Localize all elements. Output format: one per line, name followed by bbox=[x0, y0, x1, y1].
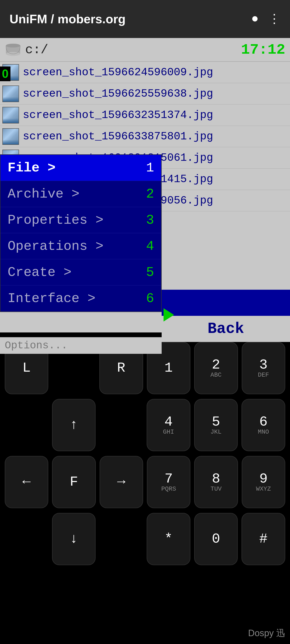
menu-item-label: File > bbox=[8, 160, 56, 176]
menu-item-num: 3 bbox=[146, 212, 154, 228]
key-spacer bbox=[5, 513, 48, 565]
key-sublabel: WXYZ bbox=[256, 486, 271, 492]
menu-item-label: Archive > bbox=[8, 186, 79, 202]
top-bar: UniFM / mobers.org ● ⋮ bbox=[0, 0, 290, 38]
dospy-watermark: Dospy 迅 bbox=[248, 627, 285, 639]
key-label: ↑ bbox=[70, 418, 78, 432]
menu-item-label: Create > bbox=[8, 265, 72, 280]
key-label: R bbox=[117, 361, 125, 375]
file-name: screen_shot_1596633875801.jpg bbox=[23, 130, 213, 143]
context-menu: File > 1 Archive > 2 Properties > 3 Oper… bbox=[0, 154, 162, 312]
menu-item-archive[interactable]: Archive > 2 bbox=[1, 181, 161, 207]
key-5[interactable]: 5 JKL bbox=[194, 399, 238, 451]
key-sublabel: JKL bbox=[210, 429, 221, 435]
selected-row-highlight bbox=[162, 290, 290, 316]
camera-icon[interactable]: ● bbox=[251, 12, 259, 26]
key-right[interactable]: → bbox=[100, 456, 143, 508]
key-0[interactable]: 0 bbox=[194, 513, 238, 565]
options-partial-text: Options... bbox=[0, 337, 162, 354]
svg-point-3 bbox=[6, 44, 20, 48]
current-path: c:/ bbox=[25, 42, 48, 57]
menu-item-num: 4 bbox=[146, 239, 154, 254]
path-bar: c:/ 17:12 bbox=[0, 38, 290, 62]
key-down[interactable]: ↓ bbox=[52, 513, 96, 565]
file-name: screen_shot_1596632351374.jpg bbox=[23, 109, 213, 121]
menu-item-num: 2 bbox=[146, 186, 154, 202]
key-up[interactable]: ↑ bbox=[52, 399, 96, 451]
key-label: 6 bbox=[259, 415, 268, 429]
key-4[interactable]: 4 GHI bbox=[147, 399, 190, 451]
key-label: 8 bbox=[212, 472, 220, 486]
key-label: 4 bbox=[164, 415, 173, 429]
disk-icon bbox=[5, 43, 22, 56]
key-label: ← bbox=[22, 475, 31, 489]
list-item[interactable]: screen_shot_1596632351374.jpg bbox=[0, 104, 290, 126]
menu-item-operations[interactable]: Operations > 4 bbox=[1, 233, 161, 259]
file-name: screen_shot_1596624596009.jpg bbox=[23, 66, 213, 78]
submenu-arrow bbox=[164, 308, 174, 322]
key-sublabel: MNO bbox=[258, 429, 269, 435]
file-thumbnail bbox=[3, 128, 19, 145]
back-button-label[interactable]: Back bbox=[207, 320, 244, 338]
menu-item-num: 1 bbox=[146, 160, 154, 176]
keyboard-row-3: ← F → 7 PQRS 8 TUV 9 WXYZ bbox=[5, 456, 285, 508]
key-sublabel: ABC bbox=[210, 372, 221, 378]
key-spacer bbox=[5, 399, 48, 451]
key-label: 0 bbox=[212, 532, 220, 546]
menu-item-properties[interactable]: Properties > 3 bbox=[1, 207, 161, 233]
key-7[interactable]: 7 PQRS bbox=[147, 456, 190, 508]
key-label: 1 bbox=[164, 361, 173, 375]
key-sublabel: GHI bbox=[163, 429, 174, 435]
menu-item-label: Interface > bbox=[8, 291, 96, 306]
key-sublabel: TUV bbox=[211, 486, 222, 492]
file-manager-area: 0 c:/ 17:12 screen_shot_1596624596009.jp… bbox=[0, 38, 290, 356]
badge-zero: 0 bbox=[0, 66, 11, 81]
menu-item-num: 6 bbox=[146, 291, 154, 306]
menu-item-num: 5 bbox=[146, 265, 154, 280]
menu-item-file[interactable]: File > 1 bbox=[1, 155, 161, 181]
key-label: → bbox=[117, 475, 126, 489]
file-name: screen_shot_1596625559638.jpg bbox=[23, 88, 213, 100]
file-thumbnail bbox=[3, 107, 19, 124]
key-label: # bbox=[259, 532, 268, 546]
key-spacer bbox=[99, 513, 143, 565]
key-label: 9 bbox=[259, 472, 268, 486]
key-sublabel: PQRS bbox=[161, 486, 176, 492]
list-item[interactable]: screen_shot_1596624596009.jpg bbox=[0, 62, 290, 83]
key-3[interactable]: 3 DEF bbox=[242, 342, 285, 394]
key-spacer bbox=[99, 399, 143, 451]
list-item[interactable]: screen_shot_1596633875801.jpg bbox=[0, 126, 290, 147]
key-6[interactable]: 6 MNO bbox=[241, 399, 285, 451]
key-2[interactable]: 2 ABC bbox=[194, 342, 238, 394]
key-label: 7 bbox=[164, 472, 173, 486]
keyboard-row-2: ↑ 4 GHI 5 JKL 6 MNO bbox=[5, 399, 285, 451]
key-label: 3 bbox=[259, 358, 268, 372]
list-item[interactable]: screen_shot_1596625559638.jpg bbox=[0, 83, 290, 104]
key-label: 2 bbox=[212, 358, 220, 372]
key-F[interactable]: F bbox=[52, 456, 96, 508]
menu-item-label: Properties > bbox=[8, 212, 103, 228]
key-label: 5 bbox=[212, 415, 220, 429]
menu-item-create[interactable]: Create > 5 bbox=[1, 259, 161, 286]
menu-item-label: Operations > bbox=[8, 239, 103, 254]
key-label: * bbox=[164, 532, 173, 546]
keyboard-row-4: ↓ * 0 # bbox=[5, 513, 285, 565]
top-bar-icons: ● ⋮ bbox=[251, 12, 280, 26]
keyboard: L R 1 2 ABC 3 DEF ↑ 4 GHI 5 JKL bbox=[0, 332, 290, 644]
key-9[interactable]: 9 WXYZ bbox=[242, 456, 285, 508]
key-8[interactable]: 8 TUV bbox=[194, 456, 238, 508]
back-button-area[interactable]: Back bbox=[162, 316, 290, 342]
clock: 17:12 bbox=[241, 41, 285, 58]
app-title: UniFM / mobers.org bbox=[10, 12, 126, 26]
key-hash[interactable]: # bbox=[241, 513, 285, 565]
more-options-icon[interactable]: ⋮ bbox=[268, 12, 280, 26]
key-star[interactable]: * bbox=[147, 513, 190, 565]
path-left: c:/ bbox=[5, 42, 48, 57]
key-label: ↓ bbox=[70, 532, 78, 546]
key-sublabel: DEF bbox=[258, 372, 269, 378]
key-label: L bbox=[22, 361, 31, 375]
key-label: F bbox=[70, 475, 78, 489]
key-left[interactable]: ← bbox=[5, 456, 48, 508]
file-thumbnail bbox=[3, 86, 19, 102]
menu-item-interface[interactable]: Interface > 6 bbox=[1, 286, 161, 312]
